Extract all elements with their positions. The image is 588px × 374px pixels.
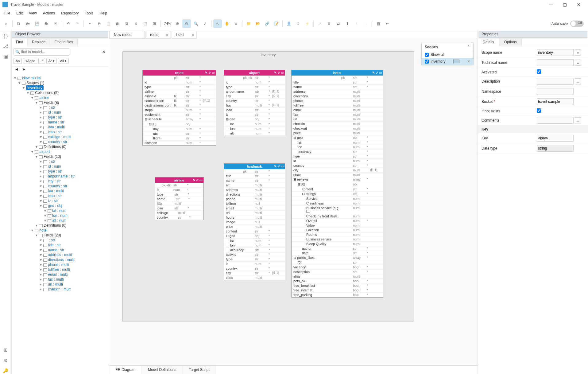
print-icon[interactable]: 🖶 — [42, 19, 51, 28]
tree-node[interactable]: ▾ lat : num — [12, 208, 108, 213]
grid-icon[interactable]: ⊞ — [3, 347, 9, 353]
entity-hotel[interactable]: hotel✎ ⤢ ▭pkstr*titlestr*namestr*address… — [291, 70, 383, 298]
menu-file[interactable]: File — [1, 10, 13, 17]
tree-node[interactable]: ▾ id : num — [12, 164, 108, 169]
tree-node[interactable]: ▾ airline — [12, 95, 108, 100]
tree-node[interactable]: ▾ Fields (8) — [12, 100, 108, 105]
menu-tools[interactable]: Tools — [82, 10, 97, 17]
close-tab-icon[interactable]: × — [191, 33, 194, 37]
showall-checkbox[interactable] — [425, 53, 429, 57]
note-icon[interactable]: 📝 — [272, 19, 280, 28]
tree-node[interactable]: ▾ fax : multi — [12, 277, 108, 282]
zoom-fit-icon[interactable]: ⊕ — [173, 19, 182, 28]
cut-icon[interactable]: ✂ — [86, 19, 94, 28]
duplicate-icon[interactable]: ⧉ — [122, 19, 131, 28]
undo-icon[interactable]: ↶ — [64, 19, 72, 28]
link-icon[interactable]: 🔗 — [263, 19, 271, 28]
tree-node[interactable]: ▾ checkin : multi — [12, 287, 108, 292]
filter-button[interactable]: Aa — [14, 58, 22, 64]
scope-remove-icon[interactable]: ✕ — [467, 59, 470, 64]
branch-icon[interactable]: ⎇ — [3, 43, 9, 49]
tree-node[interactable]: ▾ Scopes (1) — [12, 80, 108, 85]
tree-node[interactable]: ▾ Definitions (0) — [12, 223, 108, 228]
doc-tab-hotel[interactable]: hotel× — [172, 31, 197, 39]
tab-replace[interactable]: Replace — [28, 38, 50, 46]
maximize-button[interactable]: ▢ — [558, 0, 572, 9]
external-icon[interactable]: ↗ — [315, 19, 324, 28]
cursor-icon[interactable]: ↖ — [213, 19, 222, 28]
tree-node[interactable]: ▾ airportname : str — [12, 174, 108, 179]
tree-node[interactable]: ▾ : str — [12, 238, 108, 243]
tree-node[interactable]: ▾ lon : num — [12, 213, 108, 218]
tree-node[interactable]: ▾ icao : str — [12, 193, 108, 198]
tree-node[interactable]: ▾ type : str — [12, 115, 108, 120]
tree-node[interactable]: ▾ icao : str — [12, 130, 108, 134]
tab-find-in-files[interactable]: Find in files — [50, 38, 78, 46]
prop-input[interactable] — [537, 117, 574, 124]
menu-view[interactable]: View — [26, 10, 40, 17]
nav-next-icon[interactable]: ▶ — [21, 67, 27, 72]
menu-repository[interactable]: Repository — [58, 10, 82, 17]
zoom-100-icon[interactable]: 🔍 — [191, 19, 200, 28]
settings-icon[interactable]: ⚡ — [303, 19, 311, 28]
export-icon[interactable]: ⎘ — [51, 19, 60, 28]
tree-node[interactable]: ▾ faa : multi — [12, 189, 108, 193]
filter-button[interactable]: All ▾ — [58, 58, 69, 64]
doc-tab-New-model[interactable]: New model — [109, 31, 145, 39]
braces-icon[interactable]: { } — [3, 33, 9, 39]
tree-node[interactable]: ▾ id : num — [12, 110, 108, 115]
search-input[interactable] — [14, 48, 69, 56]
tree-node[interactable]: ▾ Collections (5) — [12, 90, 108, 95]
new-file-icon[interactable]: 🗋 — [14, 19, 23, 28]
model-tree[interactable]: ▾ New model▾ Scopes (1)▾ inventory▾ Coll… — [12, 74, 109, 374]
tree-node[interactable]: ▾ title : str — [12, 243, 108, 247]
tree-node[interactable]: ▾ inventory — [12, 85, 108, 90]
tree-node[interactable]: ▾ type : str — [12, 169, 108, 174]
user-icon[interactable]: 👤 — [284, 19, 293, 28]
db-to-icon[interactable]: ⬆ — [343, 19, 352, 28]
tree-node[interactable]: ▾ Fields (28) — [12, 233, 108, 238]
add-folder2-icon[interactable]: 📂 — [253, 19, 262, 28]
prop-checkbox[interactable] — [537, 69, 541, 74]
redo-icon[interactable]: ↷ — [73, 19, 82, 28]
tree-node[interactable]: ▾ name : str — [12, 247, 108, 252]
tree-node[interactable]: ▾ email : multi — [12, 272, 108, 277]
align-icon[interactable]: ≡ — [232, 19, 240, 28]
tree-node[interactable]: ▾ address : multi — [12, 252, 108, 257]
autosave-toggle[interactable]: Off — [570, 21, 584, 27]
db-from-icon[interactable]: ⬇ — [325, 19, 333, 28]
prop-more-icon[interactable]: ... — [575, 117, 581, 123]
bottom-tab-er-diagram[interactable]: ER Diagram — [109, 366, 142, 374]
download-icon[interactable]: ↓ — [362, 19, 370, 28]
zoom-area-icon[interactable]: ⤢ — [201, 19, 209, 28]
settings-gear-icon[interactable]: ⚙ — [3, 357, 9, 364]
select-tool-icon[interactable]: ⬚ — [141, 19, 149, 28]
prop-more-icon[interactable]: ≡ — [575, 60, 581, 66]
scopes-showall[interactable]: Show all — [422, 51, 473, 58]
tree-node[interactable]: ▾ airport — [12, 149, 108, 154]
tree-node[interactable]: ▾ : str — [12, 159, 108, 164]
prop-input[interactable] — [537, 88, 574, 95]
tree-node[interactable]: ▾ name : str — [12, 120, 108, 125]
home-icon[interactable]: ⌂ — [2, 19, 10, 28]
prop-checkbox[interactable] — [537, 108, 541, 113]
prop-more-icon[interactable]: ... — [575, 78, 581, 84]
prop-input[interactable] — [537, 78, 574, 85]
tree-node[interactable]: ▾ Definitions (0) — [12, 144, 108, 149]
tree-node[interactable]: ▾ callsign : multi — [12, 134, 108, 139]
save-icon[interactable]: 💾 — [33, 19, 41, 28]
collapse-scopes-icon[interactable]: ⌃ — [467, 45, 470, 49]
scopes-floating-panel[interactable]: Scopes ⌃ Show all inventory ✕ — [421, 43, 474, 65]
gear-icon[interactable]: ⚙ — [294, 19, 302, 28]
move-icon[interactable]: ⤭ — [132, 19, 140, 28]
er-canvas[interactable]: inventory route✎ ⤢ ▭pkstr*idnum*typestr*… — [110, 39, 477, 365]
tree-node[interactable]: ▾ country : str — [12, 139, 108, 144]
entity-airline[interactable]: airline✎ ⤢ ▭pk, dkstr*idnum*typestr*name… — [155, 177, 204, 220]
doc-tab-route[interactable]: route× — [145, 31, 171, 39]
scope-item-inventory[interactable]: inventory ✕ — [422, 58, 473, 65]
close-tab-icon[interactable]: × — [166, 33, 168, 37]
filter-button[interactable]: Ar ▾ — [46, 58, 57, 64]
prop-select[interactable] — [537, 145, 574, 152]
collapse-icon[interactable]: ⇤ — [383, 19, 392, 28]
zoom-out-icon[interactable]: ⊖ — [182, 19, 191, 28]
